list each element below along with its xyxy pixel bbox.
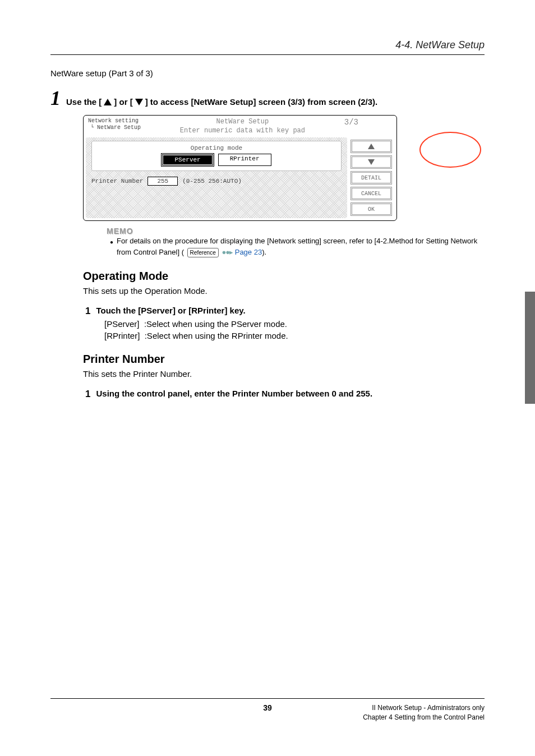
highlight-oval bbox=[419, 132, 481, 168]
bullet-icon bbox=[110, 236, 113, 257]
step1-post: ] to access [NetWare Setup] screen (3/3)… bbox=[145, 97, 378, 107]
rprinter-button[interactable]: RPrinter bbox=[218, 154, 271, 166]
arrow-down-icon bbox=[368, 159, 375, 165]
dialog-title: NetWare Setup bbox=[141, 118, 344, 127]
operating-mode-label: Operating mode bbox=[96, 145, 336, 151]
breadcrumb-2: NetWare Setup bbox=[97, 125, 141, 131]
memo-text: For details on the procedure for display… bbox=[117, 236, 485, 257]
page-number: 39 bbox=[263, 703, 272, 712]
arrow-up-icon bbox=[368, 144, 375, 149]
cancel-button[interactable]: CANCEL bbox=[350, 187, 392, 200]
operating-mode-desc: This sets up the Operation Mode. bbox=[83, 286, 485, 296]
dots-icon: ●●▸ bbox=[222, 248, 233, 256]
opt-rprinter-val: :Select when using the RPrinter mode. bbox=[145, 331, 288, 340]
sub-heading: NetWare setup (Part 3 of 3) bbox=[50, 68, 485, 78]
page-indicator: 3/3 bbox=[344, 118, 392, 127]
scroll-down-button[interactable] bbox=[350, 155, 392, 169]
printer-number-heading: Printer Number bbox=[83, 353, 485, 366]
thumb-tab bbox=[525, 292, 535, 404]
pserver-button[interactable]: PServer bbox=[162, 154, 213, 166]
opt-pserver-key: [PServer] bbox=[104, 319, 140, 329]
memo-text-c: ). bbox=[262, 248, 266, 256]
arrow-up-icon bbox=[104, 99, 112, 105]
ok-button[interactable]: OK bbox=[350, 202, 392, 216]
memo-label: MEMO bbox=[107, 227, 485, 236]
footer-line2: Chapter 4 Setting from the Control Panel bbox=[363, 713, 485, 721]
detail-button[interactable]: DETAIL bbox=[350, 171, 392, 185]
operating-mode-heading: Operating Mode bbox=[83, 270, 485, 283]
arrow-down-icon bbox=[135, 99, 143, 105]
reference-pill: Reference bbox=[187, 248, 219, 257]
step1-mid: ] or [ bbox=[114, 97, 132, 107]
opmode-step-text: Touch the [PServer] or [RPrinter] key. bbox=[96, 306, 245, 317]
dialog-subtitle: Enter numeric data with key pad bbox=[141, 127, 344, 136]
scroll-up-button[interactable] bbox=[350, 140, 392, 153]
printer-number-field[interactable]: 255 bbox=[147, 177, 178, 186]
memo-text-a: For details on the procedure for display… bbox=[117, 237, 477, 256]
pnum-step-num: 1 bbox=[85, 389, 90, 400]
printer-number-hint: (0-255 256:AUTO) bbox=[182, 178, 242, 185]
section-title: 4-4. NetWare Setup bbox=[395, 39, 485, 50]
opt-pserver-val: :Select when using the PServer mode. bbox=[144, 319, 287, 329]
pnum-step-text: Using the control panel, enter the Print… bbox=[96, 389, 372, 400]
printer-number-desc: This sets the Printer Number. bbox=[83, 369, 485, 379]
page-link[interactable]: Page 23 bbox=[235, 248, 262, 256]
step-instruction: Use the [ ] or [ ] to access [NetWare Se… bbox=[66, 97, 377, 107]
step-number: 1 bbox=[50, 88, 61, 108]
footer-line1: II Network Setup - Administrators only bbox=[372, 704, 485, 712]
opt-rprinter-key: [RPrinter] bbox=[104, 331, 140, 340]
opmode-step-num: 1 bbox=[85, 306, 90, 317]
netware-dialog: Network setting └ NetWare Setup NetWare … bbox=[83, 115, 397, 221]
breadcrumb-1: Network setting bbox=[88, 118, 141, 125]
printer-number-label: Printer Number bbox=[91, 178, 143, 185]
step1-pre: Use the [ bbox=[66, 97, 102, 107]
